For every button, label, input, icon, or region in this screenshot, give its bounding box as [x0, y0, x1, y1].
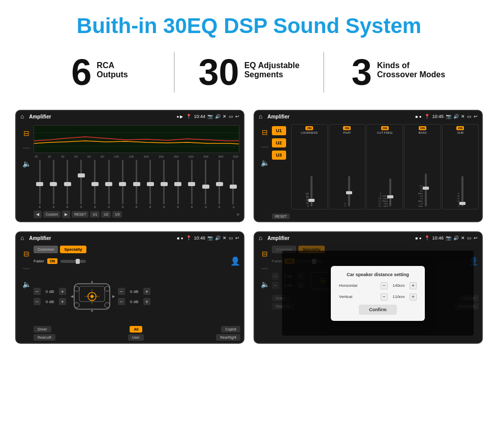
vertical-minus-btn[interactable]: −: [381, 293, 388, 301]
wave-icon-3[interactable]: 〰: [23, 265, 30, 273]
slider-track-63[interactable]: [94, 160, 96, 204]
rearright-btn[interactable]: RearRight: [216, 334, 240, 341]
user-btn[interactable]: User: [128, 334, 144, 341]
u3-button[interactable]: U3: [112, 211, 122, 218]
wave-icon-2[interactable]: 〰: [261, 143, 268, 152]
slider-thumb-400[interactable]: [202, 185, 209, 189]
speaker-icon-4[interactable]: 🔈: [261, 280, 269, 288]
slider-track-80[interactable]: [108, 160, 110, 204]
eq-icon-active[interactable]: ⊟: [23, 129, 29, 137]
horizontal-minus-btn[interactable]: −: [381, 282, 388, 289]
horizontal-plus-btn[interactable]: +: [410, 282, 417, 289]
slider-track-160[interactable]: [149, 160, 151, 204]
slider-thumb-125[interactable]: [133, 182, 140, 186]
slider-track-320[interactable]: [191, 160, 193, 204]
slider-track-100[interactable]: [122, 160, 123, 204]
vertical-plus-btn[interactable]: +: [410, 293, 417, 301]
home-icon-3[interactable]: ⌂: [20, 234, 24, 242]
slider-track-250[interactable]: [177, 160, 179, 204]
slider-thumb-80[interactable]: [105, 182, 112, 186]
slider-val-160: 0: [149, 205, 151, 208]
slider-sub[interactable]: [461, 176, 463, 206]
wave-icon-4[interactable]: 〰: [261, 265, 268, 273]
rearleft-btn[interactable]: RearLeft: [34, 334, 55, 341]
copilot-btn[interactable]: Copilot: [221, 326, 240, 333]
slider-track-500[interactable]: [219, 160, 220, 204]
u1-button[interactable]: U1: [90, 211, 100, 218]
slider-cutfreq[interactable]: [389, 178, 391, 206]
fader-thumb[interactable]: [76, 259, 80, 264]
slider-loudness[interactable]: [310, 176, 313, 206]
slider-thumb-100[interactable]: [119, 182, 126, 186]
vol-minus-right-top[interactable]: −: [118, 288, 125, 295]
u3-btn[interactable]: U3: [272, 151, 286, 160]
slider-track-32[interactable]: [53, 160, 54, 204]
vol-minus-left-bot[interactable]: −: [34, 298, 41, 305]
slider-thumb-320[interactable]: [188, 182, 195, 186]
slider-phat[interactable]: [348, 176, 350, 206]
thumb-sub[interactable]: [459, 202, 465, 205]
back-icon-2[interactable]: ↩: [474, 114, 478, 119]
u2-btn[interactable]: U2: [272, 138, 286, 147]
slider-bass[interactable]: [425, 173, 427, 206]
ch-name-bass: BASS: [419, 131, 427, 134]
back-icon[interactable]: ↩: [235, 114, 239, 119]
back-icon-3[interactable]: ↩: [235, 235, 239, 241]
tab-common[interactable]: Common: [34, 246, 58, 253]
home-icon[interactable]: ⌂: [20, 113, 24, 120]
vol-plus-right-top[interactable]: +: [143, 288, 150, 295]
all-btn[interactable]: All: [130, 326, 142, 333]
u2-button[interactable]: U2: [101, 211, 111, 218]
reset-btn-2[interactable]: RESET: [272, 214, 290, 219]
slider-track-25[interactable]: [39, 160, 41, 204]
vol-plus-left-top[interactable]: +: [59, 288, 66, 295]
thumb-phat[interactable]: [346, 191, 352, 194]
slider-thumb-32[interactable]: [50, 182, 57, 186]
thumb-loudness[interactable]: [308, 199, 315, 202]
eq-icon-speaker[interactable]: 🔈: [22, 160, 31, 168]
camera-icon-3: 📷: [207, 235, 213, 241]
eq-icon-4[interactable]: ⊟: [262, 250, 268, 258]
fader-slider[interactable]: [60, 260, 86, 263]
slider-thumb-40[interactable]: [64, 182, 71, 186]
u1-btn[interactable]: U1: [272, 126, 286, 135]
home-icon-4[interactable]: ⌂: [259, 234, 262, 242]
eq-icon-2[interactable]: ⊟: [262, 128, 268, 136]
reset-button[interactable]: RESET: [72, 211, 88, 218]
dialog-horizontal-label: Horizontal: [339, 283, 357, 288]
slider-thumb-160[interactable]: [147, 182, 154, 186]
slider-track-200[interactable]: [163, 160, 165, 204]
slider-thumb-250[interactable]: [174, 182, 181, 186]
driver-btn[interactable]: Driver: [34, 326, 51, 333]
thumb-bass[interactable]: [423, 187, 429, 190]
slider-track-400[interactable]: [205, 160, 206, 204]
vol-minus-right-bot[interactable]: −: [118, 298, 125, 305]
slider-thumb-630[interactable]: [230, 185, 237, 189]
eq-icon-wave[interactable]: 〰: [23, 144, 30, 153]
slider-track-40[interactable]: [67, 160, 68, 204]
slider-thumb-200[interactable]: [161, 182, 168, 186]
confirm-button[interactable]: Confirm: [359, 305, 397, 315]
vol-minus-left-top[interactable]: −: [34, 288, 41, 295]
person-icon[interactable]: 👤: [230, 256, 240, 266]
tab-specialty[interactable]: Specialty: [60, 246, 86, 253]
thumb-cutfreq[interactable]: [387, 195, 393, 198]
speaker-icon-2[interactable]: 🔈: [261, 159, 269, 167]
play-button[interactable]: ▶: [62, 211, 70, 218]
back-icon-4[interactable]: ↩: [474, 235, 478, 241]
home-icon-2[interactable]: ⌂: [259, 113, 262, 120]
slider-track-630[interactable]: [232, 160, 234, 204]
slider-thumb-500[interactable]: [216, 182, 223, 186]
slider-track-125[interactable]: [136, 160, 137, 204]
slider-thumb-50[interactable]: [78, 173, 85, 177]
vol-plus-right-bot[interactable]: +: [143, 298, 150, 305]
vol-plus-left-bot[interactable]: +: [59, 298, 66, 305]
eq-icon-3[interactable]: ⊟: [23, 250, 29, 258]
slider-track-50[interactable]: [80, 160, 82, 204]
prev-button[interactable]: ◀: [34, 211, 42, 218]
stats-row: 6 RCA Outputs 30 EQ Adjustable Segments …: [0, 47, 498, 105]
slider-thumb-25[interactable]: [36, 182, 43, 186]
speaker-icon-3[interactable]: 🔈: [22, 280, 31, 288]
slider-thumb-63[interactable]: [91, 182, 99, 186]
custom-button[interactable]: Custom: [43, 211, 60, 218]
